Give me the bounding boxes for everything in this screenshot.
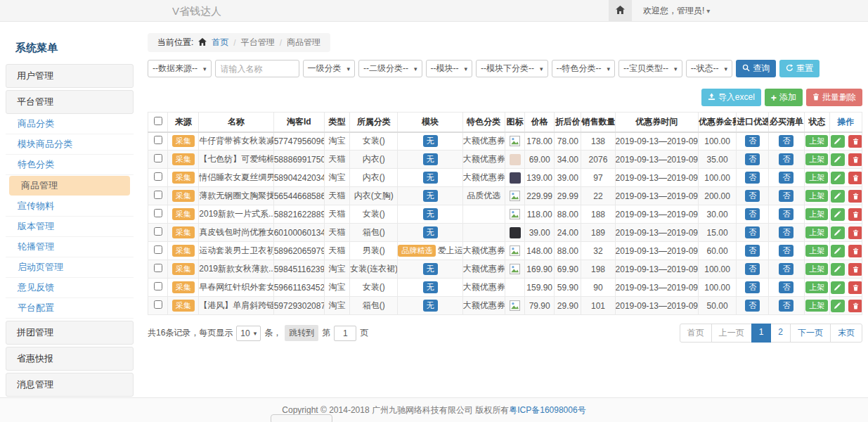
batch-delete-button[interactable]: 批量删除 — [806, 89, 862, 106]
must-buy-toggle[interactable]: 否 — [779, 153, 793, 165]
sidebar-item[interactable]: 商品管理 — [9, 176, 130, 196]
status-toggle[interactable]: 上架 — [805, 263, 828, 275]
sidebar-item[interactable]: 意见反馈 — [6, 278, 134, 298]
must-buy-toggle[interactable]: 否 — [779, 208, 793, 220]
edit-button[interactable] — [831, 135, 845, 148]
status-toggle[interactable]: 上架 — [805, 153, 828, 165]
edit-button[interactable] — [831, 263, 845, 276]
sidebar-item[interactable]: 宣传物料 — [6, 196, 134, 217]
row-checkbox[interactable] — [154, 136, 162, 144]
pagination-button[interactable]: 首页 — [680, 324, 712, 343]
edit-button[interactable] — [831, 172, 845, 184]
row-checkbox[interactable] — [154, 154, 162, 162]
filter-select[interactable]: --状态-- ▾ — [686, 60, 733, 77]
delete-button[interactable] — [848, 300, 862, 312]
status-toggle[interactable]: 上架 — [805, 190, 828, 202]
row-checkbox[interactable] — [154, 282, 162, 290]
delete-button[interactable] — [848, 190, 862, 203]
status-toggle[interactable]: 上架 — [805, 172, 828, 184]
status-toggle[interactable]: 上架 — [805, 281, 828, 293]
filter-select[interactable]: --模块-- ▾ — [426, 60, 473, 77]
jump-button[interactable]: 跳转到 — [285, 325, 318, 341]
edit-button[interactable] — [831, 281, 845, 294]
user-menu[interactable]: 欢迎您，管理员!▾ — [643, 5, 710, 17]
must-buy-toggle[interactable]: 否 — [779, 263, 793, 275]
row-checkbox[interactable] — [154, 264, 162, 272]
pagination-button[interactable]: 末页 — [830, 324, 862, 343]
sidebar-item[interactable]: 商品分类 — [6, 114, 134, 134]
must-buy-toggle[interactable]: 否 — [779, 135, 793, 147]
delete-button[interactable] — [848, 226, 862, 239]
sidebar-item[interactable]: 轮播管理 — [6, 237, 134, 257]
filter-select[interactable]: 一级分类 ▾ — [303, 60, 356, 77]
per-page-select[interactable]: 10▾ — [236, 326, 261, 341]
row-checkbox[interactable] — [154, 209, 162, 217]
pagination-button[interactable]: 上一页 — [711, 324, 752, 343]
sidebar-item[interactable]: 拼团管理 — [6, 321, 134, 345]
delete-button[interactable] — [848, 208, 862, 221]
status-toggle[interactable]: 上架 — [805, 226, 828, 238]
import-select-toggle[interactable]: 否 — [745, 281, 760, 293]
sidebar-item[interactable]: 启动页管理 — [6, 257, 134, 278]
must-buy-toggle[interactable]: 否 — [779, 172, 793, 184]
breadcrumb-item[interactable]: 平台管理 — [241, 37, 275, 49]
status-toggle[interactable]: 上架 — [805, 208, 828, 220]
row-checkbox[interactable] — [154, 191, 162, 199]
delete-button[interactable] — [848, 135, 862, 148]
sidebar-item[interactable]: 用户管理 — [6, 64, 134, 88]
must-buy-toggle[interactable]: 否 — [779, 245, 793, 257]
sidebar-item[interactable]: 平台管理 — [6, 90, 134, 114]
reset-button[interactable]: 重置 — [779, 60, 820, 77]
status-toggle[interactable]: 上架 — [805, 300, 828, 312]
home-button[interactable] — [609, 0, 632, 21]
edit-button[interactable] — [831, 190, 845, 203]
sidebar-item[interactable]: 版本管理 — [6, 217, 134, 237]
icp-link[interactable]: 粤ICP备16098006号 — [509, 404, 585, 416]
import-select-toggle[interactable]: 否 — [745, 135, 760, 147]
name-search-input[interactable] — [215, 60, 299, 77]
must-buy-toggle[interactable]: 否 — [779, 281, 793, 293]
must-buy-toggle[interactable]: 否 — [779, 300, 793, 312]
filter-select[interactable]: --特色分类-- ▾ — [552, 60, 616, 77]
jump-page-input[interactable] — [334, 326, 356, 341]
row-checkbox[interactable] — [154, 172, 162, 181]
status-toggle[interactable]: 上架 — [805, 135, 828, 147]
edit-button[interactable] — [831, 226, 845, 239]
sidebar-item[interactable]: 消息管理 — [6, 373, 134, 397]
row-checkbox[interactable] — [154, 300, 162, 309]
add-button[interactable]: + 添加 — [765, 89, 803, 106]
import-select-toggle[interactable]: 否 — [745, 208, 760, 220]
import-select-toggle[interactable]: 否 — [745, 153, 760, 165]
filter-select[interactable]: --宝贝类型-- ▾ — [618, 60, 682, 77]
import-select-toggle[interactable]: 否 — [745, 172, 760, 184]
edit-button[interactable] — [831, 245, 845, 257]
delete-button[interactable] — [848, 172, 862, 184]
import-select-toggle[interactable]: 否 — [745, 263, 760, 275]
must-buy-toggle[interactable]: 否 — [779, 190, 793, 202]
import-select-toggle[interactable]: 否 — [745, 245, 760, 257]
breadcrumb-home-link[interactable]: 首页 — [212, 37, 228, 49]
sidebar-item[interactable]: 平台配置 — [6, 298, 134, 319]
sidebar-item[interactable]: 特色分类 — [6, 155, 134, 175]
import-select-toggle[interactable]: 否 — [745, 226, 760, 238]
delete-button[interactable] — [848, 281, 862, 294]
select-all-checkbox[interactable] — [154, 117, 162, 125]
edit-button[interactable] — [831, 300, 845, 312]
delete-button[interactable] — [848, 153, 862, 166]
sidebar-item[interactable]: 省惠快报 — [6, 347, 134, 371]
import-select-toggle[interactable]: 否 — [745, 300, 760, 312]
pagination-button[interactable]: 下一页 — [790, 324, 831, 343]
filter-select[interactable]: --二级分类-- ▾ — [358, 60, 422, 77]
filter-select-source[interactable]: --数据来源-- ▾ — [148, 60, 212, 77]
status-toggle[interactable]: 上架 — [805, 245, 828, 257]
row-checkbox[interactable] — [154, 245, 162, 254]
pagination-button[interactable]: 1 — [751, 324, 772, 343]
edit-button[interactable] — [831, 153, 845, 166]
import-excel-button[interactable]: 导入excel — [701, 89, 761, 106]
search-button[interactable]: 查询 — [736, 60, 776, 77]
delete-button[interactable] — [848, 263, 862, 276]
must-buy-toggle[interactable]: 否 — [779, 226, 793, 238]
sidebar-item[interactable]: 模块商品分类 — [6, 134, 134, 155]
row-checkbox[interactable] — [154, 227, 162, 236]
filter-select[interactable]: --模块下分类-- ▾ — [476, 60, 548, 77]
